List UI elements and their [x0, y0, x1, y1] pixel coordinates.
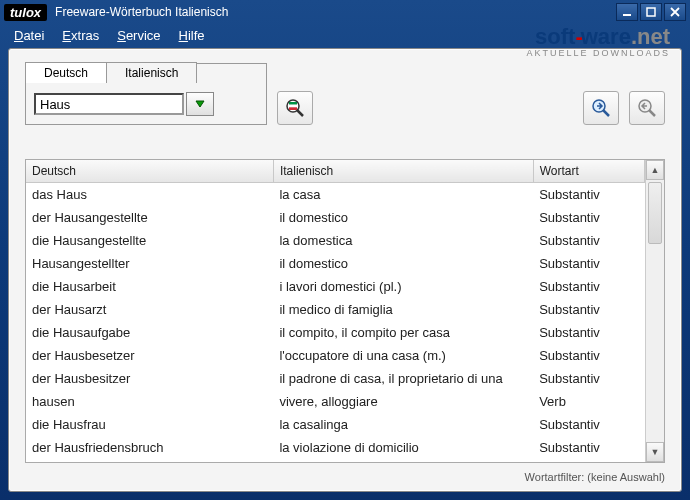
- search-input[interactable]: [34, 93, 184, 115]
- cell-it: la domestica: [273, 229, 533, 252]
- cell-it: i lavori domestici (pl.): [273, 275, 533, 298]
- cell-it: il padrone di casa, il proprietario di u…: [273, 367, 533, 390]
- cell-de: der Hausangestellte: [26, 206, 273, 229]
- title-bar: tulox Freeware-Wörterbuch Italienisch: [0, 0, 690, 24]
- cell-de: die Hausfrau: [26, 413, 273, 436]
- status-bar: Wortartfilter: (keine Auswahl): [25, 471, 665, 483]
- cell-wa: Substantiv: [533, 206, 644, 229]
- svg-rect-5: [289, 107, 297, 110]
- cell-wa: Substantiv: [533, 413, 644, 436]
- table-row[interactable]: der Hausbesetzerl'occupatore di una casa…: [26, 344, 645, 367]
- cell-de: der Hausbesitzer: [26, 367, 273, 390]
- cell-de: der Hausfriedensbruch: [26, 436, 273, 459]
- cell-de: die Hausangestellte: [26, 229, 273, 252]
- cell-wa: Substantiv: [533, 275, 644, 298]
- lookup-button[interactable]: [277, 91, 313, 125]
- window-title: Freeware-Wörterbuch Italienisch: [55, 5, 228, 19]
- arrow-down-icon: [193, 97, 207, 111]
- table-row[interactable]: die Hausangestelltela domesticaSubstanti…: [26, 229, 645, 252]
- cell-it: la casa: [273, 183, 533, 207]
- svg-rect-0: [623, 14, 631, 16]
- results-grid: Deutsch Italienisch Wortart das Hausla c…: [25, 159, 665, 463]
- search-backward-button[interactable]: [629, 91, 665, 125]
- menu-hilfe[interactable]: Hilfe: [171, 26, 213, 45]
- scroll-up-button[interactable]: ▲: [646, 160, 664, 180]
- table-row[interactable]: das Hausla casaSubstantiv: [26, 183, 645, 207]
- menu-bar: Datei Extras Service Hilfe: [0, 24, 690, 46]
- table-row[interactable]: die Hausaufgabeil compito, il compito pe…: [26, 321, 645, 344]
- cell-it: la violazione di domicilio: [273, 436, 533, 459]
- vertical-scrollbar[interactable]: ▲ ▼: [645, 160, 664, 462]
- table-row[interactable]: der Hausbesitzeril padrone di casa, il p…: [26, 367, 645, 390]
- table-row[interactable]: Hausangestellteril domesticoSubstantiv: [26, 252, 645, 275]
- scroll-down-button[interactable]: ▼: [646, 442, 664, 462]
- cell-wa: Substantiv: [533, 252, 644, 275]
- cell-wa: Substantiv: [533, 436, 644, 459]
- table-row[interactable]: der Hausarztil medico di famigliaSubstan…: [26, 298, 645, 321]
- toolbar: Deutsch Italienisch: [9, 49, 681, 135]
- language-tabbox: Deutsch Italienisch: [25, 63, 267, 125]
- cell-wa: Substantiv: [533, 321, 644, 344]
- menu-service[interactable]: Service: [109, 26, 168, 45]
- cell-it: il compito, il compito per casa: [273, 321, 533, 344]
- cell-de: der Hausarzt: [26, 298, 273, 321]
- col-header-wortart[interactable]: Wortart: [533, 160, 644, 183]
- cell-wa: Substantiv: [533, 229, 644, 252]
- magnifier-left-icon: [636, 97, 658, 119]
- table-row[interactable]: der Hausangestellteil domesticoSubstanti…: [26, 206, 645, 229]
- cell-wa: Substantiv: [533, 183, 644, 207]
- cell-wa: Substantiv: [533, 298, 644, 321]
- cell-it: la casalinga: [273, 413, 533, 436]
- cell-de: der Hausbesetzer: [26, 344, 273, 367]
- menu-extras[interactable]: Extras: [54, 26, 107, 45]
- app-brand: tulox: [4, 4, 47, 21]
- table-row[interactable]: die Hausfraula casalingaSubstantiv: [26, 413, 645, 436]
- cell-wa: Verb: [533, 390, 644, 413]
- cell-de: das Haus: [26, 183, 273, 207]
- cell-wa: Substantiv: [533, 344, 644, 367]
- cell-it: il domestico: [273, 206, 533, 229]
- search-forward-button[interactable]: [583, 91, 619, 125]
- svg-rect-1: [647, 8, 655, 16]
- menu-datei[interactable]: Datei: [6, 26, 52, 45]
- close-button[interactable]: [664, 3, 686, 21]
- svg-line-8: [603, 110, 609, 116]
- svg-rect-4: [289, 105, 297, 108]
- tab-deutsch[interactable]: Deutsch: [25, 62, 107, 83]
- cell-it: l'occupatore di una casa (m.): [273, 344, 533, 367]
- table-row[interactable]: hausenvivere, alloggiareVerb: [26, 390, 645, 413]
- cell-wa: Substantiv: [533, 367, 644, 390]
- cell-it: vivere, alloggiare: [273, 390, 533, 413]
- magnifier-right-icon: [590, 97, 612, 119]
- cell-de: die Hausarbeit: [26, 275, 273, 298]
- cell-it: il domestico: [273, 252, 533, 275]
- svg-line-6: [297, 110, 303, 116]
- cell-it: il medico di famiglia: [273, 298, 533, 321]
- minimize-button[interactable]: [616, 3, 638, 21]
- cell-de: hausen: [26, 390, 273, 413]
- tab-italienisch[interactable]: Italienisch: [106, 62, 197, 83]
- svg-line-10: [649, 110, 655, 116]
- cell-de: die Hausaufgabe: [26, 321, 273, 344]
- cell-de: Hausangestellter: [26, 252, 273, 275]
- maximize-button[interactable]: [640, 3, 662, 21]
- svg-rect-3: [289, 102, 297, 105]
- col-header-italienisch[interactable]: Italienisch: [273, 160, 533, 183]
- window-controls: [616, 3, 686, 21]
- search-dropdown-button[interactable]: [186, 92, 214, 116]
- magnifier-flag-icon: [284, 97, 306, 119]
- table-row[interactable]: die Hausarbeiti lavori domestici (pl.)Su…: [26, 275, 645, 298]
- table-row[interactable]: der Hausfriedensbruchla violazione di do…: [26, 436, 645, 459]
- client-area: Deutsch Italienisch: [8, 48, 682, 492]
- app-window: tulox Freeware-Wörterbuch Italienisch Da…: [0, 0, 690, 500]
- scroll-track[interactable]: [646, 246, 664, 442]
- scroll-thumb[interactable]: [648, 182, 662, 244]
- col-header-deutsch[interactable]: Deutsch: [26, 160, 273, 183]
